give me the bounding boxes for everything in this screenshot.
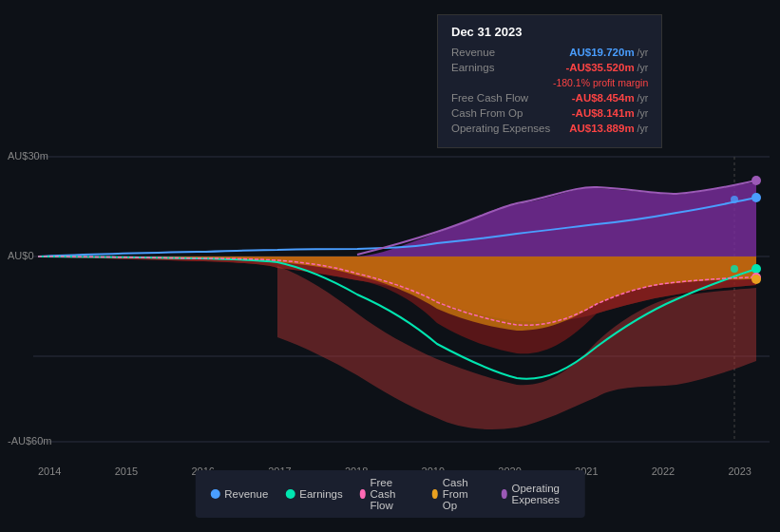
legend-dot-revenue: [210, 489, 219, 499]
legend: Revenue Earnings Free Cash Flow Cash Fro…: [195, 470, 585, 518]
x-label-2015: 2015: [115, 466, 138, 477]
legend-label-revenue: Revenue: [224, 488, 268, 500]
svg-point-6: [751, 193, 761, 202]
legend-item-opex[interactable]: Operating Expenses: [502, 483, 570, 505]
tooltip-row-revenue: Revenue AU$19.720m/yr: [451, 47, 648, 58]
tooltip-label-cfo: Cash From Op: [451, 107, 523, 119]
tooltip-value-cfo: -AU$8.141m/yr: [572, 107, 649, 119]
chart-svg: [0, 0, 780, 484]
legend-label-opex: Operating Expenses: [511, 483, 569, 505]
y-label-0: AU$0: [8, 250, 34, 261]
svg-point-9: [751, 275, 761, 284]
svg-point-11: [731, 196, 738, 203]
legend-label-fcf: Free Cash Flow: [371, 477, 415, 511]
tooltip-label-opex: Operating Expenses: [451, 123, 550, 134]
tooltip-label-earnings: Earnings: [451, 62, 494, 73]
tooltip-row-cfo: Cash From Op -AU$8.141m/yr: [451, 107, 648, 119]
tooltip-value-fcf: -AU$8.454m/yr: [572, 92, 649, 104]
tooltip-margin-value: -180.1% profit margin: [553, 77, 648, 88]
svg-point-12: [731, 265, 738, 273]
legend-dot-opex: [502, 489, 507, 499]
legend-dot-earnings: [285, 489, 295, 499]
tooltip-row-fcf: Free Cash Flow -AU$8.454m/yr: [451, 92, 648, 104]
tooltip-value-earnings: -AU$35.520m/yr: [565, 62, 648, 73]
y-label-neg60m: -AU$60m: [8, 435, 51, 446]
tooltip-value-opex: AU$13.889m/yr: [569, 123, 648, 134]
tooltip: Dec 31 2023 Revenue AU$19.720m/yr Earnin…: [437, 14, 662, 148]
x-label-2014: 2014: [38, 466, 61, 477]
legend-dot-fcf: [360, 489, 366, 499]
legend-item-earnings[interactable]: Earnings: [285, 488, 342, 500]
x-label-2022: 2022: [652, 466, 675, 477]
svg-point-10: [751, 176, 761, 185]
tooltip-value-revenue: AU$19.720m/yr: [569, 47, 648, 58]
tooltip-row-opex: Operating Expenses AU$13.889m/yr: [451, 123, 648, 134]
tooltip-row-earnings: Earnings -AU$35.520m/yr: [451, 62, 648, 73]
x-label-2023: 2023: [728, 466, 751, 477]
chart-container: AU$30m AU$0 -AU$60m 2014 2015 2016 2017 …: [0, 0, 780, 532]
tooltip-label-revenue: Revenue: [451, 47, 495, 58]
legend-item-fcf[interactable]: Free Cash Flow: [360, 477, 415, 511]
tooltip-profit-margin: -180.1% profit margin: [451, 77, 648, 88]
y-label-30m: AU$30m: [8, 150, 48, 162]
legend-item-revenue[interactable]: Revenue: [210, 488, 268, 500]
legend-dot-cfo: [432, 489, 438, 499]
legend-item-cfo[interactable]: Cash From Op: [432, 477, 485, 511]
tooltip-date: Dec 31 2023: [451, 25, 648, 39]
tooltip-label-fcf: Free Cash Flow: [451, 92, 528, 104]
legend-label-cfo: Cash From Op: [443, 477, 485, 511]
svg-point-7: [751, 264, 761, 274]
legend-label-earnings: Earnings: [299, 488, 342, 500]
